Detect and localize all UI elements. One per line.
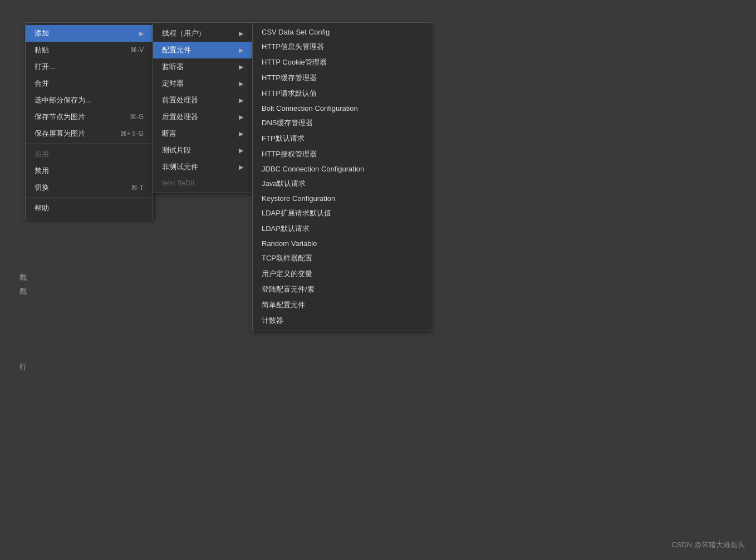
menu-item-thread-arrow: ▶: [239, 30, 243, 37]
menu-item-save-screen-shortcut: ⌘+⇧-G: [120, 130, 144, 137]
menu-item-postprocessor[interactable]: 后置处理器 ▶: [153, 109, 252, 125]
menu-item-add-label: 添加: [35, 28, 49, 38]
menu-item-help-label: 帮助: [35, 203, 49, 213]
menu-item-bolt-label: Bolt Connection Configuration: [262, 104, 358, 112]
menu-item-save-node-shortcut: ⌘-G: [130, 113, 144, 121]
menu-item-ldap-default[interactable]: LDAP默认请求: [253, 221, 430, 237]
menu-item-timer[interactable]: 定时器 ▶: [153, 75, 252, 92]
menu-item-http-auth[interactable]: HTTP授权管理器: [253, 146, 430, 162]
menu-item-login-config[interactable]: 登陆配置元件/素: [253, 282, 430, 297]
menu-item-thread[interactable]: 线程（用户） ▶: [153, 25, 252, 42]
menu-item-java-default[interactable]: Java默认请求: [253, 176, 430, 191]
menu-item-ftp[interactable]: FTP默认请求: [253, 131, 430, 146]
menu-item-preprocessor-arrow: ▶: [239, 97, 243, 104]
menu-item-ldap-ext[interactable]: LDAP扩展请求默认值: [253, 205, 430, 221]
menu-item-non-test-arrow: ▶: [239, 164, 243, 171]
menu-item-keystore-label: Keystore Configuration: [262, 194, 335, 203]
menu-item-http-default-label: HTTP请求默认值: [262, 89, 317, 99]
menu-item-add[interactable]: 添加 ▶: [26, 25, 153, 42]
menu-item-random-variable-label: Random Variable: [262, 239, 317, 248]
menu-item-preprocessor[interactable]: 前置处理器 ▶: [153, 92, 252, 109]
menu-item-dns-label: DNS缓存管理器: [262, 118, 313, 128]
menu-item-http-header-label: HTTP信息头管理器: [262, 42, 324, 52]
menu-item-listener-label: 监听器: [162, 62, 184, 72]
menu-item-java-default-label: Java默认请求: [262, 179, 306, 189]
menu-item-enable: 启用: [26, 146, 153, 163]
menu-item-jdbc[interactable]: JDBC Connection Configuration: [253, 162, 430, 176]
menu-item-save-node[interactable]: 保存节点为图片 ⌘-G: [26, 109, 153, 125]
menu-item-save-screen-label: 保存屏幕为图片: [35, 129, 85, 139]
menu-item-postprocessor-label: 后置处理器: [162, 112, 198, 122]
menu-item-http-default[interactable]: HTTP请求默认值: [253, 86, 430, 101]
menu-item-merge[interactable]: 合并: [26, 75, 153, 92]
menu-level2: 线程（用户） ▶ 配置元件 ▶ 监听器 ▶ 定时器 ▶ 前置处理器 ▶ 后置处理…: [153, 22, 253, 193]
menu-item-keystore[interactable]: Keystore Configuration: [253, 191, 430, 205]
menu-item-save-selection-label: 选中部分保存为...: [35, 95, 91, 105]
menu-item-csv[interactable]: CSV Data Set Config: [253, 25, 430, 39]
menu-item-save-selection[interactable]: 选中部分保存为...: [26, 92, 153, 109]
menu-item-thread-label: 线程（用户）: [162, 28, 205, 38]
menu-item-paste[interactable]: 粘贴 ⌘-V: [26, 42, 153, 58]
menu-item-assertion-arrow: ▶: [239, 130, 243, 137]
menu-item-partial-label: telsr fieDII: [162, 179, 195, 187]
menu-item-config[interactable]: 配置元件 ▶: [153, 42, 252, 58]
menu-item-http-header[interactable]: HTTP信息头管理器: [253, 39, 430, 55]
menu-item-assertion[interactable]: 断言 ▶: [153, 125, 252, 142]
menu-item-counter[interactable]: 计数器: [253, 313, 430, 328]
menu-item-timer-label: 定时器: [162, 78, 184, 89]
sidebar-text-3: 行: [19, 362, 27, 372]
menu-item-merge-label: 合并: [35, 78, 49, 89]
menu-item-http-auth-label: HTTP授权管理器: [262, 149, 317, 159]
menu-item-test-fragment[interactable]: 测试片段 ▶: [153, 142, 252, 159]
menu-item-save-screen[interactable]: 保存屏幕为图片 ⌘+⇧-G: [26, 125, 153, 142]
menu-item-toggle[interactable]: 切换 ⌘-T: [26, 179, 153, 196]
menu-item-test-fragment-label: 测试片段: [162, 145, 191, 155]
watermark: CSDN @笨猪大难临头: [671, 540, 745, 550]
menu-item-non-test-label: 非测试元件: [162, 162, 198, 172]
menu-item-paste-shortcut: ⌘-V: [130, 46, 144, 54]
menu-item-csv-label: CSV Data Set Config: [262, 28, 330, 36]
menu-item-http-cookie[interactable]: HTTP Cookie管理器: [253, 55, 430, 70]
menu-item-preprocessor-label: 前置处理器: [162, 95, 198, 105]
menu-item-tcp[interactable]: TCP取样器配置: [253, 250, 430, 266]
menu-item-partial: telsr fieDII: [153, 175, 252, 190]
menu-item-test-fragment-arrow: ▶: [239, 147, 243, 154]
menu-item-counter-label: 计数器: [262, 316, 283, 326]
menu-item-timer-arrow: ▶: [239, 80, 243, 87]
menu-item-http-cache[interactable]: HTTP缓存管理器: [253, 70, 430, 86]
menu-item-disable[interactable]: 禁用: [26, 163, 153, 179]
menu-container: 添加 ▶ 粘贴 ⌘-V 打开... 合并 选中部分保存为... 保存节点为图片 …: [25, 22, 430, 331]
menu-item-http-cookie-label: HTTP Cookie管理器: [262, 57, 327, 67]
menu-item-simple-config[interactable]: 简单配置元件: [253, 297, 430, 313]
menu-item-dns[interactable]: DNS缓存管理器: [253, 115, 430, 131]
menu-item-save-node-label: 保存节点为图片: [35, 112, 85, 122]
menu-item-postprocessor-arrow: ▶: [239, 114, 243, 121]
menu-item-ldap-ext-label: LDAP扩展请求默认值: [262, 208, 331, 218]
menu-item-paste-label: 粘贴: [35, 45, 49, 55]
menu-divider-2: [26, 198, 153, 198]
menu-level1: 添加 ▶ 粘贴 ⌘-V 打开... 合并 选中部分保存为... 保存节点为图片 …: [25, 22, 153, 219]
menu-item-listener[interactable]: 监听器 ▶: [153, 58, 252, 75]
menu-item-assertion-label: 断言: [162, 129, 176, 139]
menu-item-open-label: 打开...: [35, 62, 55, 72]
menu-item-ldap-default-label: LDAP默认请求: [262, 224, 310, 234]
menu-item-config-arrow: ▶: [239, 47, 243, 54]
menu-item-user-defined[interactable]: 用户定义的变量: [253, 266, 430, 282]
menu-item-http-cache-label: HTTP缓存管理器: [262, 73, 317, 83]
menu-divider-1: [26, 144, 153, 144]
menu-item-enable-label: 启用: [35, 149, 49, 159]
menu-item-jdbc-label: JDBC Connection Configuration: [262, 165, 364, 173]
menu-item-bolt[interactable]: Bolt Connection Configuration: [253, 101, 430, 115]
menu-item-toggle-shortcut: ⌘-T: [131, 184, 144, 191]
menu-item-non-test[interactable]: 非测试元件 ▶: [153, 159, 252, 175]
menu-item-random-variable[interactable]: Random Variable: [253, 237, 430, 250]
menu-item-help[interactable]: 帮助: [26, 200, 153, 217]
menu-item-simple-config-label: 简单配置元件: [262, 300, 305, 310]
menu-item-toggle-label: 切换: [35, 183, 49, 193]
menu-item-open[interactable]: 打开...: [26, 58, 153, 75]
menu-item-add-arrow: ▶: [139, 30, 144, 37]
menu-item-tcp-label: TCP取样器配置: [262, 253, 312, 263]
menu-item-config-label: 配置元件: [162, 45, 191, 55]
menu-item-listener-arrow: ▶: [239, 63, 243, 71]
menu-item-disable-label: 禁用: [35, 166, 49, 176]
